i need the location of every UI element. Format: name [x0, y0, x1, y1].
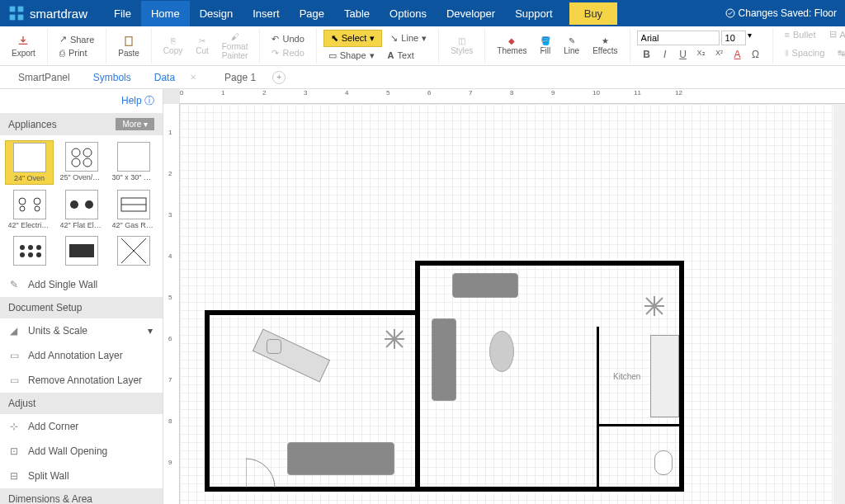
- check-icon: [725, 8, 735, 18]
- cut-button[interactable]: ✂Cut: [191, 35, 214, 57]
- desk[interactable]: [253, 328, 330, 382]
- canvas[interactable]: Kitchen: [180, 104, 845, 504]
- shape-tool[interactable]: ▭Shape▾: [323, 49, 380, 63]
- export-icon: [17, 35, 30, 48]
- tab-close-icon[interactable]: ✕: [190, 73, 196, 82]
- svg-point-22: [28, 252, 33, 257]
- menu-home[interactable]: Home: [141, 1, 190, 26]
- status-text: Changes Saved: Floor: [739, 7, 837, 19]
- svg-point-7: [83, 148, 92, 157]
- plant-1[interactable]: [382, 327, 407, 351]
- floorplan: Kitchen: [205, 261, 683, 492]
- more-button[interactable]: More ▾: [116, 118, 154, 130]
- svg-point-21: [20, 252, 25, 257]
- bold-button[interactable]: B: [640, 49, 654, 60]
- sofa-1[interactable]: [452, 273, 518, 298]
- ruler-horizontal: 0123456789101112: [180, 89, 845, 104]
- page-tab-1[interactable]: Page 1: [213, 67, 267, 88]
- add-annotation-layer[interactable]: ▭Add Annotation Layer: [0, 343, 163, 368]
- line-style-button[interactable]: ✎Line: [559, 35, 584, 57]
- line-tool[interactable]: ↘Line▾: [385, 30, 432, 47]
- vertical-scrollbar[interactable]: [833, 104, 845, 504]
- paste-button[interactable]: Paste: [113, 33, 144, 59]
- tab-data[interactable]: Data: [143, 67, 186, 88]
- symbol-30x30[interactable]: 30" x 30" R...: [109, 140, 158, 185]
- symbol-extra-2[interactable]: [57, 234, 106, 267]
- menu-options[interactable]: Options: [380, 1, 437, 26]
- spacing-button[interactable]: ⫴Spacing: [780, 41, 830, 64]
- svg-point-20: [36, 245, 41, 250]
- undo-button[interactable]: ↶Undo: [267, 32, 309, 46]
- format-painter-button[interactable]: 🖌Format Painter: [217, 31, 253, 62]
- symbol-oven-24[interactable]: 24" Oven: [5, 140, 54, 185]
- add-page-button[interactable]: +: [272, 71, 286, 84]
- font-color-button[interactable]: A: [731, 49, 744, 60]
- svg-rect-1: [18, 7, 24, 12]
- superscript-button[interactable]: X²: [713, 49, 726, 60]
- subscript-button[interactable]: X₂: [695, 49, 708, 60]
- add-wall-opening[interactable]: ⊡Add Wall Opening: [0, 439, 163, 464]
- underline-button[interactable]: U: [677, 49, 690, 60]
- svg-rect-2: [10, 15, 16, 21]
- dimensions-header: Dimensions & Area: [0, 488, 163, 504]
- sidebar: Help ⓘ Appliances More ▾ 24" Oven 25" Ov…: [0, 89, 163, 504]
- help-link[interactable]: Help: [121, 95, 142, 106]
- tab-smartpanel[interactable]: SmartPanel: [7, 67, 82, 88]
- svg-point-19: [28, 245, 33, 250]
- svg-point-13: [35, 206, 40, 211]
- text-dir-button[interactable]: ↹Text Dir: [833, 41, 845, 64]
- font-size-select[interactable]: [721, 31, 746, 45]
- print-button[interactable]: ⎙Print: [54, 46, 92, 59]
- menu-support[interactable]: Support: [505, 1, 563, 26]
- menu-page[interactable]: Page: [290, 1, 334, 26]
- align-button[interactable]: ⊟Align: [824, 27, 845, 41]
- share-button[interactable]: ↗Share: [54, 32, 99, 46]
- svg-point-12: [20, 206, 25, 211]
- chair[interactable]: [267, 339, 281, 354]
- effects-button[interactable]: ★Effects: [588, 35, 622, 57]
- fill-button[interactable]: 🪣Fill: [535, 35, 555, 57]
- door[interactable]: [246, 455, 279, 488]
- symbol-flat-ele-42[interactable]: 42" Flat Ele...: [57, 188, 106, 231]
- toilet[interactable]: [654, 450, 673, 475]
- units-scale[interactable]: ◢Units & Scale▾: [0, 318, 163, 343]
- help-icon[interactable]: ⓘ: [144, 95, 154, 106]
- smartdraw-logo-icon: [8, 5, 25, 21]
- sofa-2[interactable]: [432, 318, 456, 401]
- export-button[interactable]: Export: [7, 33, 40, 59]
- copy-button[interactable]: ⎘Copy: [158, 35, 187, 57]
- italic-button[interactable]: I: [659, 49, 672, 60]
- styles-button[interactable]: ◫Styles: [446, 35, 478, 57]
- symbol-extra-3[interactable]: [109, 234, 158, 267]
- add-single-wall[interactable]: ✎Add Single Wall: [0, 272, 163, 297]
- split-wall[interactable]: ⊟Split Wall: [0, 464, 163, 488]
- oval-table[interactable]: [489, 331, 514, 372]
- menu-table[interactable]: Table: [334, 1, 380, 26]
- buy-button[interactable]: Buy: [569, 2, 617, 25]
- text-tool[interactable]: AText: [383, 49, 419, 63]
- symbol-oven-25[interactable]: 25" Oven/R...: [57, 140, 106, 185]
- counter[interactable]: [650, 335, 679, 417]
- font-family-select[interactable]: [637, 31, 720, 45]
- bullet-button[interactable]: ≡Bullet: [780, 27, 821, 41]
- tab-symbols[interactable]: Symbols: [82, 67, 143, 88]
- symbol-gas-42[interactable]: 42" Gas Ra...: [109, 188, 158, 231]
- select-tool[interactable]: ⬉Select▾: [323, 30, 383, 47]
- menu-insert[interactable]: Insert: [243, 1, 290, 26]
- ruler-vertical: 123456789: [163, 104, 180, 504]
- add-corner[interactable]: ⊹Add Corner: [0, 414, 163, 439]
- svg-point-18: [20, 245, 25, 250]
- symbol-extra-1[interactable]: [5, 234, 54, 267]
- symbol-electric-42[interactable]: 42" Electric...: [5, 188, 54, 231]
- themes-button[interactable]: ◆Themes: [492, 35, 531, 57]
- remove-annotation-layer[interactable]: ▭Remove Annotation Layer: [0, 368, 163, 393]
- plant-2[interactable]: [642, 294, 667, 318]
- save-status: Changes Saved: Floor: [725, 7, 837, 19]
- omega-button[interactable]: Ω: [749, 49, 762, 60]
- menu-developer[interactable]: Developer: [437, 1, 505, 26]
- menu-file[interactable]: File: [104, 1, 141, 26]
- top-menu-bar: smartdraw File Home Design Insert Page T…: [0, 0, 845, 26]
- menu-design[interactable]: Design: [190, 1, 243, 26]
- sofa-3[interactable]: [287, 442, 394, 475]
- redo-button[interactable]: ↷Redo: [267, 46, 309, 60]
